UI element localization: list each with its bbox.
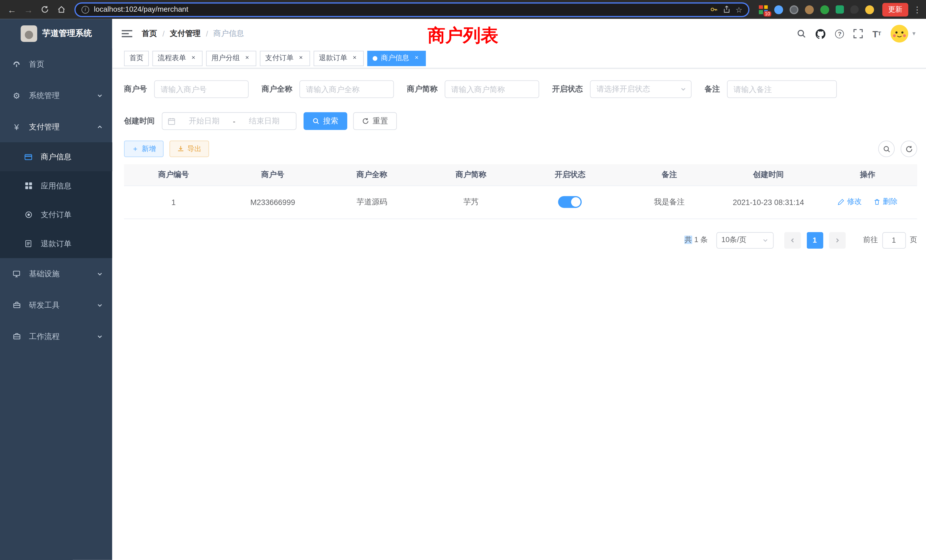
close-icon[interactable]: × <box>351 54 359 62</box>
bookmark-star-icon[interactable]: ☆ <box>735 6 742 14</box>
page-info-icon[interactable]: i <box>82 6 89 14</box>
page-content: 商户号 商户全称 商户简称 开启状态 请选择开启状态 <box>112 68 926 560</box>
page-size-select[interactable]: 10条/页 <box>716 232 773 248</box>
filter-row-2: 创建时间 开始日期 - 结束日期 搜索 重置 <box>124 112 917 130</box>
sidebar-item-merchant-info[interactable]: 商户信息 <box>0 142 112 171</box>
goto-label: 前往 <box>863 235 878 245</box>
sidebar-logo[interactable]: 芋道管理系统 <box>0 19 112 48</box>
breadcrumb-payment[interactable]: 支付管理 <box>170 28 201 39</box>
extensions-puzzle-icon[interactable]: 10 <box>759 5 768 14</box>
date-range-picker[interactable]: 开始日期 - 结束日期 <box>162 112 297 130</box>
trash-icon <box>873 198 881 205</box>
col-create-time: 创建时间 <box>719 164 818 186</box>
sidebar-item-refund-order[interactable]: 退款订单 <box>0 229 112 258</box>
merchant-no-input[interactable] <box>154 80 249 98</box>
fullscreen-icon[interactable] <box>853 29 863 38</box>
sidebar-item-home[interactable]: 首页 <box>0 48 112 80</box>
sidebar-item-system[interactable]: ⚙ 系统管理 <box>0 80 112 111</box>
search-button[interactable]: 搜索 <box>304 112 347 130</box>
next-page-button[interactable] <box>829 232 845 248</box>
tab-home[interactable]: 首页 <box>124 50 149 66</box>
extension-green-circle-icon[interactable] <box>820 5 829 14</box>
address-bar[interactable]: i localhost:1024/pay/merchant ☆ <box>74 2 749 17</box>
col-status: 开启状态 <box>520 164 620 186</box>
password-key-icon[interactable] <box>710 5 719 14</box>
status-switch[interactable] <box>558 196 582 208</box>
extension-green-square-icon[interactable] <box>836 5 844 14</box>
prev-page-button[interactable] <box>784 232 800 248</box>
active-dot <box>373 56 377 61</box>
chevron-down-icon <box>97 92 103 98</box>
export-button[interactable]: 导出 <box>169 141 209 157</box>
date-separator: - <box>233 117 236 126</box>
delete-link[interactable]: 删除 <box>873 197 897 207</box>
sidebar-item-dev-tools[interactable]: 研发工具 <box>0 289 112 321</box>
breadcrumb-separator: / <box>206 29 208 38</box>
status-select[interactable]: 请选择开启状态 <box>590 80 691 98</box>
end-date-placeholder: 结束日期 <box>238 116 291 126</box>
share-icon[interactable] <box>723 5 731 14</box>
browser-reload-button[interactable] <box>38 2 52 17</box>
sidebar-item-app-info[interactable]: 应用信息 <box>0 171 112 200</box>
breadcrumb-home[interactable]: 首页 <box>142 28 157 39</box>
extension-pin-icon[interactable] <box>850 5 859 14</box>
dashboard-icon <box>12 60 21 68</box>
tab-pay-order[interactable]: 支付订单 × <box>260 50 310 66</box>
select-placeholder: 请选择开启状态 <box>596 84 650 94</box>
reset-button[interactable]: 重置 <box>353 112 397 130</box>
breadcrumb-separator: / <box>162 29 165 38</box>
export-button-label: 导出 <box>187 144 201 154</box>
close-icon[interactable]: × <box>297 54 305 62</box>
tab-label: 用户分组 <box>212 53 240 63</box>
tab-refund-order[interactable]: 退款订单 × <box>313 50 364 66</box>
toggle-search-button[interactable] <box>878 141 895 157</box>
tab-merchant-info[interactable]: 商户信息 × <box>367 50 426 66</box>
refresh-table-button[interactable] <box>900 141 917 157</box>
edit-link[interactable]: 修改 <box>838 197 862 207</box>
pagination: 共1 条 10条/页 1 前往 页 <box>124 232 917 248</box>
browser-menu-icon[interactable]: ⋮ <box>913 5 921 14</box>
filter-create-time: 创建时间 开始日期 - 结束日期 <box>124 112 297 130</box>
close-icon[interactable]: × <box>243 54 251 62</box>
plus-icon: ＋ <box>132 144 139 154</box>
github-icon[interactable] <box>816 29 826 38</box>
tab-process-form[interactable]: 流程表单 × <box>152 50 203 66</box>
refresh-icon <box>905 145 912 153</box>
browser-back-button[interactable]: ← <box>5 2 19 17</box>
url-text[interactable]: localhost:1024/pay/merchant <box>94 5 705 14</box>
goto-page-input[interactable] <box>882 232 906 248</box>
app-window: 商户列表 芋道管理系统 首页 ⚙ 系统管理 ¥ <box>0 19 926 560</box>
hamburger-icon[interactable] <box>122 29 132 38</box>
help-icon[interactable]: ? <box>835 29 844 38</box>
breadcrumb: 首页 / 支付管理 / 商户信息 <box>142 28 244 39</box>
extension-emoji-icon[interactable] <box>865 5 874 14</box>
extension-avatar-icon[interactable] <box>805 5 814 14</box>
browser-forward-button[interactable]: → <box>21 2 36 17</box>
add-button[interactable]: ＋ 新增 <box>124 141 163 157</box>
user-avatar[interactable]: ▼ <box>891 25 917 42</box>
sidebar-item-workflow[interactable]: 工作流程 <box>0 321 112 352</box>
close-icon[interactable]: × <box>189 54 197 62</box>
remark-input[interactable] <box>727 80 837 98</box>
tab-user-group[interactable]: 用户分组 × <box>206 50 256 66</box>
browser-home-button[interactable] <box>54 2 69 17</box>
page-number-1[interactable]: 1 <box>806 232 823 248</box>
font-size-icon[interactable]: TT <box>872 29 881 38</box>
navbar-actions: ? TT ▼ <box>797 25 917 42</box>
cell-merchant-id: 1 <box>124 185 223 218</box>
close-icon[interactable]: × <box>413 54 421 62</box>
header-search-icon[interactable] <box>797 29 806 38</box>
home-icon <box>57 5 65 14</box>
extension-circle-icon[interactable] <box>790 5 799 14</box>
sidebar-item-infra[interactable]: 基础设施 <box>0 258 112 289</box>
yen-icon: ¥ <box>12 123 21 131</box>
chevron-up-icon <box>97 124 103 130</box>
monitor-icon <box>12 270 21 278</box>
browser-update-button[interactable]: 更新 <box>882 3 908 16</box>
extension-drop-icon[interactable] <box>774 5 783 14</box>
short-name-input[interactable] <box>445 80 539 98</box>
sidebar-item-pay-order[interactable]: 支付订单 <box>0 200 112 229</box>
full-name-input[interactable] <box>300 80 394 98</box>
tab-label: 首页 <box>129 53 144 63</box>
sidebar-item-payment[interactable]: ¥ 支付管理 <box>0 111 112 142</box>
